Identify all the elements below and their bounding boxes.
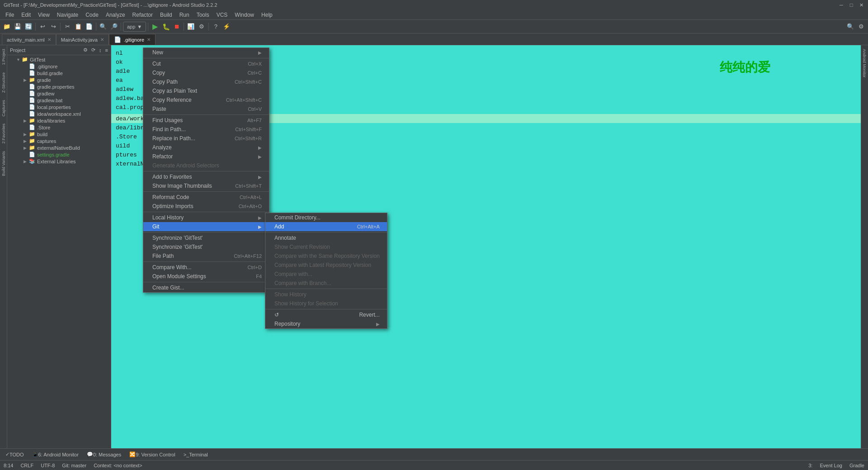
ctx-copy-plain[interactable]: Copy as Plain Text <box>143 86 269 95</box>
ctx-reformat[interactable]: Reformat Code Ctrl+Alt+L <box>143 193 269 202</box>
tree-build-gradle[interactable]: 📄 build.gradle <box>7 70 111 76</box>
minimize-button[interactable]: ─ <box>838 2 844 8</box>
menu-vcs[interactable]: VCS <box>213 11 231 19</box>
sidebar-tab-build[interactable]: Build Variants <box>0 147 7 180</box>
git-add[interactable]: Add Ctrl+Alt+A <box>265 222 387 231</box>
ctx-synchronize[interactable]: Synchronize 'GitTest' <box>143 233 269 242</box>
tree-external-libs[interactable]: ▶ 📚 External Libraries <box>7 158 111 165</box>
git-revert[interactable]: ↺ Revert... <box>265 310 387 319</box>
menu-navigate[interactable]: Navigate <box>53 11 82 19</box>
panel-toolbar-btn3[interactable]: ↕ <box>99 47 102 53</box>
toolbar-undo-btn[interactable]: ↩ <box>38 22 47 32</box>
ctx-new[interactable]: New ▶ <box>143 48 269 57</box>
toolbar-stop-btn[interactable]: ⏹ <box>172 22 182 32</box>
tab-activity-main-close[interactable]: ✕ <box>47 37 51 42</box>
ctx-replace-path[interactable]: Replace in Path... Ctrl+Shift+R <box>143 134 269 143</box>
tree-captures[interactable]: ▶ 📁 captures <box>7 138 111 144</box>
tab-main-activity-close[interactable]: ✕ <box>100 37 104 42</box>
toolbar-cut-btn[interactable]: ✂ <box>62 22 72 32</box>
tree-local-props[interactable]: 📄 local.properties <box>7 104 111 110</box>
toolbar-settings-gear-btn[interactable]: ⚙ <box>856 22 866 32</box>
toolbar-save-btn[interactable]: 💾 <box>13 22 23 32</box>
ctx-paste[interactable]: Paste Ctrl+V <box>143 104 269 114</box>
menu-build[interactable]: Build <box>156 11 176 19</box>
menu-file[interactable]: File <box>2 11 18 19</box>
ctx-git[interactable]: Git ▶ <box>143 222 269 231</box>
menu-help[interactable]: Help <box>258 11 276 19</box>
toolbar-paste-btn[interactable]: 📄 <box>84 22 94 32</box>
ctx-refactor[interactable]: Refactor ▶ <box>143 152 269 161</box>
toolbar-redo-btn[interactable]: ↪ <box>48 22 58 32</box>
git-commit-dir[interactable]: Commit Directory... <box>265 213 387 222</box>
bottom-tab-version-control[interactable]: 🔀 9: Version Control <box>126 450 179 460</box>
ctx-cut[interactable]: Cut Ctrl+X <box>143 59 269 68</box>
sidebar-tab-favorites[interactable]: 2:Favorites <box>0 120 7 147</box>
sidebar-tab-captures[interactable]: Captures <box>0 96 7 120</box>
ctx-show-thumbnails[interactable]: Show Image Thumbnails Ctrl+Shift+T <box>143 181 269 190</box>
ctx-file-path[interactable]: File Path Ctrl+Alt+F12 <box>143 252 269 261</box>
toolbar-search-btn[interactable]: 🔍 <box>98 22 108 32</box>
panel-toolbar-btn1[interactable]: ⚙ <box>83 47 88 53</box>
status-gradle[interactable]: Gradle <box>849 463 864 468</box>
menu-edit[interactable]: Edit <box>18 11 34 19</box>
tree-idea-workspace[interactable]: 📄 idea/workspace.xml <box>7 110 111 117</box>
ctx-copy-path[interactable]: Copy Path Ctrl+Shift+C <box>143 77 269 86</box>
ctx-copy-ref[interactable]: Copy Reference Ctrl+Alt+Shift+C <box>143 95 269 104</box>
toolbar-app-dropdown[interactable]: app ▼ <box>123 22 146 32</box>
bottom-tab-terminal[interactable]: >_ Terminal <box>180 450 212 460</box>
tree-store[interactable]: 📄 .Store <box>7 124 111 131</box>
toolbar-help-btn[interactable]: ? <box>211 22 221 32</box>
sidebar-tab-project[interactable]: 1:Project <box>0 45 7 69</box>
git-annotate[interactable]: Annotate <box>265 233 387 242</box>
ctx-show-explorer[interactable]: Synchronize 'GitTest' <box>143 242 269 252</box>
menu-tools[interactable]: Tools <box>193 11 213 19</box>
toolbar-events-btn[interactable]: ⚡ <box>222 22 231 32</box>
right-sidebar-android-monitor[interactable]: Android Monitor <box>861 45 868 81</box>
ctx-add-favorites[interactable]: Add to Favorites ▶ <box>143 172 269 181</box>
tree-build-folder[interactable]: ▶ 📁 build <box>7 131 111 138</box>
toolbar-profiler-btn[interactable]: 📊 <box>186 22 196 32</box>
toolbar-search-everywhere-btn[interactable]: 🔍 <box>845 22 855 32</box>
tab-activity-main[interactable]: activity_main.xml ✕ <box>2 34 56 45</box>
ctx-module-settings[interactable]: Open Module Settings F4 <box>143 272 269 281</box>
toolbar-debug-btn[interactable]: 🐛 <box>161 22 171 32</box>
tab-main-activity[interactable]: MainActivity.java ✕ <box>56 34 109 45</box>
close-button[interactable]: ✕ <box>858 2 864 8</box>
status-event-log[interactable]: Event Log <box>820 463 842 468</box>
tree-gradlew-bat[interactable]: 📄 gradlew.bat <box>7 97 111 104</box>
tree-gittest-root[interactable]: ▼ 📁 GitTest <box>7 56 111 63</box>
menu-analyze[interactable]: Analyze <box>102 11 129 19</box>
sidebar-tab-structure[interactable]: Z-Structure <box>0 69 7 96</box>
tree-gradle-folder[interactable]: ▶ 📁 gradle <box>7 76 111 83</box>
menu-code[interactable]: Code <box>82 11 102 19</box>
tree-gradlew[interactable]: 📄 gradlew <box>7 90 111 97</box>
panel-toolbar-btn2[interactable]: ⟳ <box>91 47 95 53</box>
ctx-analyze[interactable]: Analyze ▶ <box>143 143 269 152</box>
toolbar-copy-btn[interactable]: 📋 <box>73 22 83 32</box>
bottom-tab-todo[interactable]: ✓ TODO <box>2 450 28 460</box>
panel-toolbar-btn4[interactable]: ≡ <box>105 47 108 53</box>
toolbar-sync-btn[interactable]: 🔄 <box>24 22 33 32</box>
ctx-find-usages[interactable]: Find Usages Alt+F7 <box>143 116 269 125</box>
toolbar-replace-btn[interactable]: 🔎 <box>109 22 119 32</box>
ctx-create-gist[interactable]: Create Gist... <box>143 283 269 292</box>
maximize-button[interactable]: □ <box>848 2 854 8</box>
toolbar-project-btn[interactable]: 📁 <box>2 22 12 32</box>
menu-window[interactable]: Window <box>231 11 258 19</box>
ctx-local-history[interactable]: Local History ▶ <box>143 213 269 222</box>
tree-gradle-props[interactable]: 📄 gradle.properties <box>7 83 111 90</box>
toolbar-run-btn[interactable]: ▶ <box>150 22 160 32</box>
bottom-tab-android-monitor[interactable]: 📱 6: Android Monitor <box>28 450 82 460</box>
ctx-compare-with[interactable]: Compare With... Ctrl+D <box>143 263 269 272</box>
ctx-optimize[interactable]: Optimize Imports Ctrl+Alt+O <box>143 202 269 211</box>
tree-settings-gradle[interactable]: 📄 settings.gradle <box>7 151 111 158</box>
ctx-find-path[interactable]: Find in Path... Ctrl+Shift+F <box>143 125 269 134</box>
ctx-copy[interactable]: Copy Ctrl+C <box>143 68 269 77</box>
toolbar-settings-btn[interactable]: ⚙ <box>197 22 207 32</box>
tree-external-native[interactable]: ▶ 📁 externalNativeBuild <box>7 144 111 151</box>
git-repository[interactable]: Repository ▶ <box>265 319 387 328</box>
menu-run[interactable]: Run <box>176 11 193 19</box>
tab-gitignore-close[interactable]: ✕ <box>147 37 151 42</box>
tree-gitignore[interactable]: 📄 .gitignore <box>7 63 111 70</box>
menu-view[interactable]: View <box>34 11 53 19</box>
